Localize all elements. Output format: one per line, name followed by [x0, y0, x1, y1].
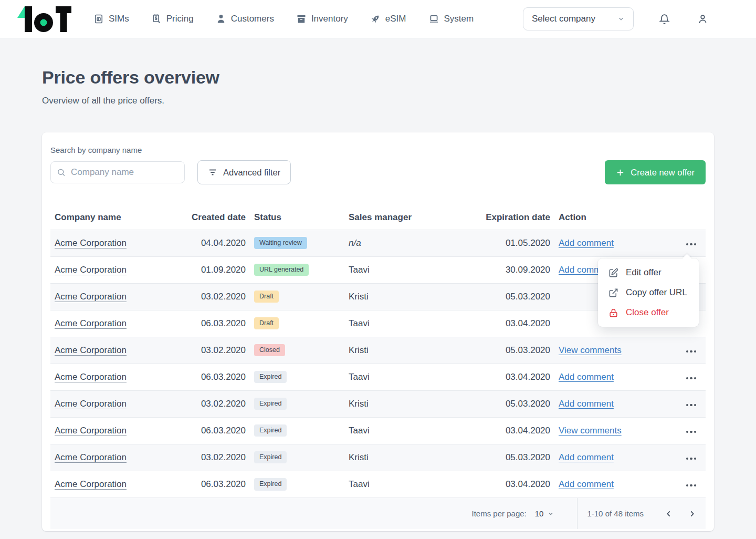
col-company-name: Company name: [50, 205, 171, 230]
footer-divider: [577, 498, 578, 529]
expiration-date-cell: 05.03.2020: [449, 283, 554, 310]
menu-item-label: Copy offer URL: [626, 287, 687, 298]
company-link[interactable]: Acme Corporation: [55, 318, 127, 328]
col-more: [673, 205, 706, 230]
nav-item-label: SIMs: [109, 14, 129, 24]
status-badge: Waiting review: [254, 237, 307, 250]
table-row: Acme Corporation 06.03.2020 Expired Taav…: [50, 471, 706, 497]
sales-manager-cell: Kristi: [344, 337, 449, 364]
logo-1ot[interactable]: [17, 5, 71, 33]
col-status: Status: [250, 205, 344, 230]
row-actions-menu: Edit offer Copy offer URL Close offer: [598, 258, 699, 327]
nav-item-esim[interactable]: eSIM: [370, 14, 406, 24]
laptop-icon: [428, 14, 439, 25]
chevron-down-icon: [548, 511, 554, 517]
company-link[interactable]: Acme Corporation: [55, 452, 127, 462]
expiration-date-cell: 05.03.2020: [449, 390, 554, 417]
company-link[interactable]: Acme Corporation: [55, 372, 127, 382]
more-actions-button[interactable]: [684, 347, 698, 356]
created-date-cell: 03.02.2020: [171, 337, 250, 364]
more-actions-button[interactable]: [684, 240, 698, 249]
company-select-value: Select company: [532, 14, 595, 24]
sales-manager-cell: Kristi: [344, 283, 449, 310]
notifications-button[interactable]: [659, 14, 670, 25]
next-page-button[interactable]: [686, 507, 698, 520]
create-new-offer-button[interactable]: Create new offer: [605, 160, 706, 184]
expiration-date-cell: 03.04.2020: [449, 471, 554, 497]
nav-item-label: Customers: [231, 14, 274, 24]
main-content: Price offers overview Overview of all th…: [42, 67, 714, 531]
company-link[interactable]: Acme Corporation: [55, 345, 127, 355]
nav-item-sims[interactable]: SIMs: [93, 14, 129, 24]
nav-item-customers[interactable]: Customers: [216, 14, 274, 24]
company-select[interactable]: Select company: [523, 7, 634, 30]
offers-table: Company name Created date Status Sales m…: [50, 205, 706, 497]
more-actions-button[interactable]: [684, 374, 698, 383]
menu-item-close-offer[interactable]: Close offer: [598, 303, 699, 323]
previous-page-button[interactable]: [663, 507, 675, 520]
expiration-date-cell: 05.03.2020: [449, 444, 554, 471]
company-link[interactable]: Acme Corporation: [55, 399, 127, 409]
col-sales-manager: Sales manager: [344, 205, 449, 230]
more-actions-button[interactable]: [684, 481, 698, 490]
expiration-date-cell: 03.04.2020: [449, 364, 554, 390]
sales-manager-cell: Kristi: [344, 444, 449, 471]
company-link[interactable]: Acme Corporation: [55, 426, 127, 436]
status-badge: Draft: [254, 291, 279, 303]
menu-item-copy-offer-url[interactable]: Copy offer URL: [598, 283, 699, 303]
expiration-date-cell: 01.05.2020: [449, 230, 554, 256]
nav-item-label: Inventory: [311, 14, 348, 24]
created-date-cell: 01.09.2020: [171, 256, 250, 283]
table-row: Acme Corporation 03.02.2020 Expired Kris…: [50, 444, 706, 471]
pagination-bar: Items per page: 10 1-10 of 48 items: [50, 497, 706, 529]
external-link-icon: [608, 288, 618, 298]
nav-item-pricing[interactable]: Pricing: [151, 14, 194, 24]
table-row: Acme Corporation 06.03.2020 Expired Taav…: [50, 417, 706, 444]
created-date-cell: 06.03.2020: [171, 310, 250, 337]
table-row: Acme Corporation 03.02.2020 Closed Krist…: [50, 337, 706, 364]
status-badge: Draft: [254, 317, 279, 330]
toolbar: Advanced filter Create new offer: [50, 160, 706, 184]
status-badge: Expired: [254, 424, 287, 437]
more-actions-button[interactable]: [684, 401, 698, 410]
created-date-cell: 06.03.2020: [171, 364, 250, 390]
company-link[interactable]: Acme Corporation: [55, 479, 127, 489]
action-link[interactable]: Add comment: [559, 479, 614, 489]
created-date-cell: 03.02.2020: [171, 390, 250, 417]
sales-manager-cell: Taavi: [344, 256, 449, 283]
more-actions-button[interactable]: [684, 428, 698, 437]
nav-item-system[interactable]: System: [428, 14, 474, 25]
advanced-filter-button[interactable]: Advanced filter: [197, 160, 291, 184]
sales-manager-cell: Taavi: [344, 364, 449, 390]
nav-item-label: System: [444, 14, 474, 24]
action-link[interactable]: Add comment: [559, 399, 614, 409]
chevron-left-icon: [665, 510, 673, 518]
status-badge: Closed: [254, 344, 285, 357]
table-row: Acme Corporation 06.03.2020 Expired Taav…: [50, 364, 706, 390]
action-link[interactable]: Add comment: [559, 372, 614, 382]
created-date-cell: 04.04.2020: [171, 230, 250, 256]
more-actions-button[interactable]: [684, 454, 698, 463]
box-icon: [296, 14, 307, 24]
nav-item-inventory[interactable]: Inventory: [296, 14, 348, 24]
company-link[interactable]: Acme Corporation: [55, 265, 127, 275]
profile-button[interactable]: [697, 14, 708, 25]
sales-manager-cell: Kristi: [344, 390, 449, 417]
lock-icon: [608, 308, 618, 318]
action-link[interactable]: View comments: [559, 426, 622, 436]
action-link[interactable]: Add comment: [559, 238, 614, 248]
status-badge: Expired: [254, 478, 287, 491]
created-date-cell: 06.03.2020: [171, 471, 250, 497]
company-link[interactable]: Acme Corporation: [55, 238, 127, 248]
top-navigation: SIMs Pricing Customers Inventory eSIM Sy…: [0, 0, 756, 38]
items-per-page-select[interactable]: 10: [535, 509, 554, 518]
items-per-page-label: Items per page:: [472, 509, 527, 518]
chevron-right-icon: [688, 510, 696, 518]
menu-item-edit-offer[interactable]: Edit offer: [598, 263, 699, 283]
status-badge: Expired: [254, 398, 287, 410]
company-link[interactable]: Acme Corporation: [55, 292, 127, 302]
items-per-page-value: 10: [535, 509, 544, 518]
action-link[interactable]: View comments: [559, 345, 622, 355]
action-link[interactable]: Add comment: [559, 452, 614, 462]
search-input[interactable]: [50, 161, 185, 183]
